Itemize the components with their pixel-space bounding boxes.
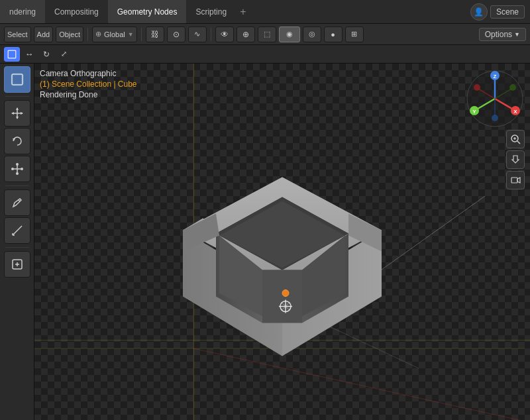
right-toolbar [506, 130, 525, 189]
svg-point-64 [492, 115, 498, 121]
falloff-btn[interactable]: ∿ [188, 26, 207, 42]
svg-point-15 [16, 163, 19, 166]
svg-line-18 [13, 226, 22, 235]
camera-view-button[interactable] [506, 171, 525, 189]
toolbar-separator-2 [141, 28, 142, 41]
top-menu-bar: ndering Compositing Geometry Nodes Scrip… [0, 0, 530, 24]
cube-3d [150, 138, 415, 370]
mode-select-icon[interactable] [4, 47, 20, 62]
toolbar-row: Select Add Object ⊕ Global ▼ ⛓ ⊙ ∿ 👁 ⊕ ⬚… [0, 24, 530, 45]
tool-measure[interactable] [4, 217, 30, 244]
svg-point-13 [21, 168, 23, 170]
viewport[interactable]: Camera Orthographic (1) Scene Collection… [34, 64, 530, 420]
tool-select[interactable] [4, 66, 30, 93]
tool-annotate[interactable] [4, 189, 30, 216]
options-label: Options [485, 30, 512, 39]
main-area: Camera Orthographic (1) Scene Collection… [0, 64, 530, 420]
shading-extra[interactable]: ⊞ [345, 26, 364, 42]
toolbar-separator-1 [87, 28, 88, 41]
svg-rect-73 [511, 178, 517, 183]
options-button[interactable]: Options ▼ [479, 28, 526, 41]
shading-wireframe[interactable]: ⬚ [258, 26, 276, 42]
shading-material[interactable]: ◎ [303, 26, 321, 42]
left-separator-2 [5, 185, 29, 186]
overlay-btn[interactable]: 👁 [215, 26, 234, 42]
svg-rect-0 [8, 50, 16, 58]
select-menu[interactable]: Select [4, 26, 31, 42]
tab-rendering[interactable]: ndering [0, 0, 45, 23]
svg-point-66 [474, 84, 480, 91]
nav-gizmo[interactable]: Z X Y [465, 69, 525, 129]
svg-marker-9 [21, 112, 23, 115]
svg-marker-7 [16, 117, 19, 119]
shading-render[interactable]: ● [324, 26, 343, 42]
svg-marker-6 [16, 107, 19, 110]
pan-button[interactable] [506, 150, 525, 169]
shading-solid[interactable]: ◉ [279, 26, 300, 42]
camera-label: Camera Orthographic [40, 69, 137, 78]
tab-compositing[interactable]: Compositing [45, 0, 108, 23]
tool-add[interactable] [4, 251, 30, 278]
svg-text:Y: Y [472, 109, 476, 115]
mode-rotate-icon[interactable]: ↻ [38, 47, 54, 62]
svg-point-68 [509, 84, 516, 91]
mode-scale-icon[interactable]: ⤢ [56, 47, 72, 62]
toolbar-separator-3 [211, 28, 211, 41]
add-menu[interactable]: Add [34, 26, 54, 42]
svg-rect-1 [7, 50, 17, 59]
svg-text:X: X [513, 109, 517, 115]
tab-scripting[interactable]: Scripting [186, 0, 236, 23]
tool-move[interactable] [4, 100, 30, 127]
svg-rect-3 [12, 74, 23, 85]
tool-scale[interactable] [4, 156, 30, 182]
svg-line-70 [517, 141, 520, 144]
cursor-svg [7, 49, 17, 60]
zoom-button[interactable] [506, 130, 525, 148]
add-tab-button[interactable]: + [236, 6, 250, 18]
options-chevron: ▼ [514, 31, 520, 38]
svg-marker-8 [11, 112, 14, 115]
svg-point-47 [282, 290, 289, 297]
icon-row: ↔ ↻ ⤢ [0, 45, 530, 64]
top-menu-right: 👤 Scene [470, 3, 530, 21]
mode-move-icon[interactable]: ↔ [21, 47, 37, 62]
status-label: Rendering Done [40, 90, 137, 99]
svg-point-16 [16, 172, 19, 175]
scene-badge[interactable]: Scene [490, 5, 525, 19]
svg-line-17 [19, 200, 20, 201]
snap-btn[interactable]: ⛓ [146, 26, 164, 42]
cursor-btn[interactable]: ⊕ [237, 26, 255, 42]
transform-dropdown[interactable]: ⊕ Global ▼ [92, 26, 137, 42]
left-separator-1 [5, 96, 29, 97]
object-menu[interactable]: Object [56, 26, 83, 42]
proportional-btn[interactable]: ⊙ [167, 26, 186, 42]
svg-point-12 [11, 168, 14, 170]
svg-marker-74 [517, 178, 520, 183]
collection-label: (1) Scene Collection | Cube [40, 79, 137, 89]
tab-geometry-nodes[interactable]: Geometry Nodes [108, 0, 187, 23]
svg-text:Z: Z [494, 74, 497, 79]
nav-gizmo-svg: Z X Y [465, 69, 525, 129]
viewport-info: Camera Orthographic (1) Scene Collection… [40, 69, 137, 99]
svg-rect-2 [12, 74, 23, 85]
left-separator-3 [5, 247, 29, 248]
left-toolbar [0, 64, 34, 420]
user-avatar[interactable]: 👤 [470, 3, 488, 21]
tool-rotate[interactable] [4, 128, 30, 154]
cube-svg [150, 138, 415, 370]
